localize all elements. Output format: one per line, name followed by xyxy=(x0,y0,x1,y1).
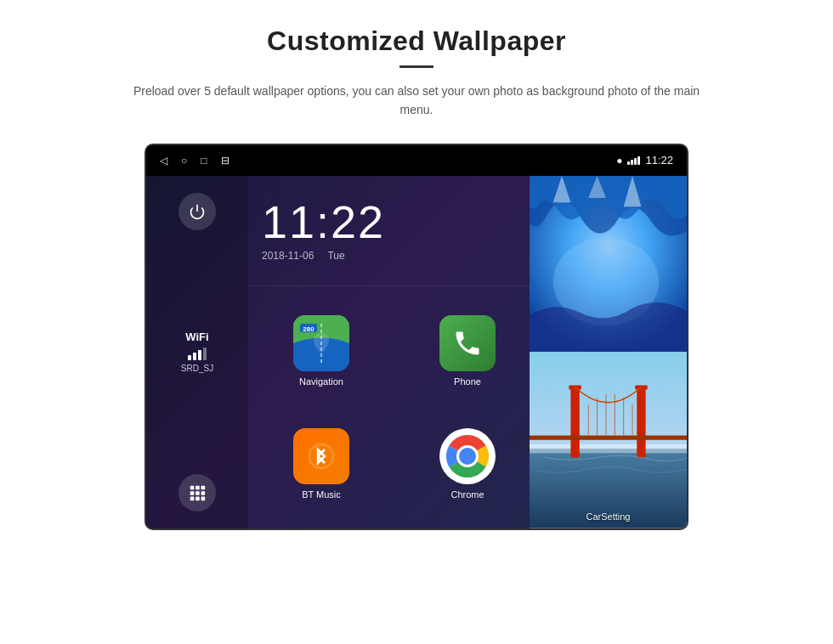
wifi-signal xyxy=(188,347,207,360)
svg-rect-6 xyxy=(201,491,206,495)
clock-block: 11:22 2018-11-06 Tue xyxy=(262,199,385,262)
recent-icon[interactable]: □ xyxy=(201,155,207,167)
ice-cave-svg xyxy=(530,176,687,353)
clock-time: 11:22 xyxy=(262,199,385,245)
btmusic-svg xyxy=(306,441,337,472)
main-content: WiFi SRD_SJ xyxy=(146,176,687,528)
home-icon[interactable]: ○ xyxy=(181,155,187,167)
status-bar: ◁ ○ □ ⊟ ● 11:22 xyxy=(146,145,687,176)
svg-rect-9 xyxy=(201,496,206,500)
wifi-label: WiFi xyxy=(185,330,208,343)
carsetting-label: CarSetting xyxy=(530,511,687,522)
power-button[interactable] xyxy=(178,193,216,230)
phone-icon xyxy=(439,315,496,371)
back-icon[interactable]: ◁ xyxy=(160,155,167,167)
clock-date: 2018-11-06 Tue xyxy=(262,250,385,262)
signal-icon xyxy=(627,155,640,165)
svg-rect-3 xyxy=(201,486,206,490)
left-sidebar: WiFi SRD_SJ xyxy=(146,176,248,528)
clock-date-value: 2018-11-06 xyxy=(262,250,314,262)
svg-rect-39 xyxy=(530,444,687,453)
chrome-icon xyxy=(439,428,496,484)
device-mockup: ◁ ○ □ ⊟ ● 11:22 xyxy=(144,144,688,530)
svg-rect-41 xyxy=(637,387,645,458)
svg-rect-40 xyxy=(570,387,579,458)
screenshot-icon[interactable]: ⊟ xyxy=(221,155,230,167)
svg-rect-44 xyxy=(530,436,687,440)
wifi-info: WiFi SRD_SJ xyxy=(181,330,213,373)
list-item[interactable]: 280 Navigation xyxy=(248,295,394,408)
apps-button[interactable] xyxy=(178,474,216,511)
svg-rect-2 xyxy=(196,486,200,490)
btmusic-icon xyxy=(293,428,349,484)
chrome-label: Chrome xyxy=(450,489,484,500)
wallpaper-ice[interactable] xyxy=(530,176,687,353)
wifi-network: SRD_SJ xyxy=(181,364,213,373)
svg-rect-7 xyxy=(190,496,195,500)
navigation-label: Navigation xyxy=(299,376,343,387)
wallpaper-previews: CarSetting xyxy=(530,176,687,528)
wallpaper-bridge[interactable]: CarSetting xyxy=(530,352,687,528)
status-time: 11:22 xyxy=(645,154,673,167)
svg-rect-1 xyxy=(190,486,195,490)
page-title: Customized Wallpaper xyxy=(267,25,566,57)
svg-point-24 xyxy=(459,448,476,465)
phone-label: Phone xyxy=(454,376,481,387)
chrome-svg xyxy=(442,431,493,482)
navigation-icon: 280 xyxy=(293,315,349,371)
svg-rect-8 xyxy=(196,496,200,500)
title-divider xyxy=(400,65,434,68)
status-bar-right: ● 11:22 xyxy=(616,154,673,167)
svg-rect-5 xyxy=(196,491,200,495)
bridge-svg xyxy=(530,352,687,528)
page-container: Customized Wallpaper Preload over 5 defa… xyxy=(0,0,833,644)
location-icon: ● xyxy=(616,155,622,167)
status-bar-left: ◁ ○ □ ⊟ xyxy=(160,155,230,167)
page-subtitle: Preload over 5 default wallpaper options… xyxy=(128,82,706,120)
list-item[interactable]: BT Music xyxy=(248,407,394,520)
svg-rect-4 xyxy=(190,491,195,495)
clock-day: Tue xyxy=(327,250,344,262)
btmusic-label: BT Music xyxy=(302,489,341,500)
map-pin-icon xyxy=(309,330,334,356)
svg-point-20 xyxy=(306,441,337,472)
list-item[interactable]: Chrome xyxy=(394,407,541,520)
list-item[interactable]: Phone xyxy=(394,295,541,408)
phone-svg xyxy=(452,328,483,359)
